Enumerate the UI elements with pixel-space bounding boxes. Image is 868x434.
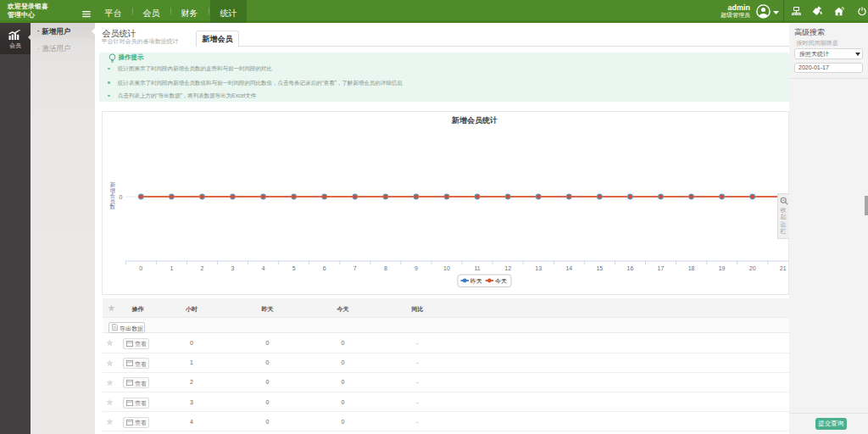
svg-text:1: 1: [170, 265, 173, 271]
svg-text:8: 8: [384, 265, 387, 271]
svg-text:5: 5: [292, 265, 296, 271]
svg-text:11: 11: [474, 265, 480, 271]
svg-text:昨天: 昨天: [470, 278, 482, 284]
svg-text:3: 3: [231, 265, 235, 271]
svg-text:9: 9: [415, 265, 418, 271]
svg-text:0: 0: [139, 265, 142, 271]
svg-text:14: 14: [565, 265, 572, 271]
svg-text:0: 0: [120, 194, 123, 200]
svg-text:2: 2: [200, 265, 203, 271]
svg-text:今天: 今天: [495, 278, 507, 284]
svg-text:新增会员统计: 新增会员统计: [451, 116, 498, 125]
svg-text:16: 16: [627, 265, 634, 271]
svg-text:19: 19: [719, 265, 726, 271]
svg-text:21: 21: [780, 265, 787, 271]
svg-text:4: 4: [262, 265, 265, 271]
svg-text:13: 13: [535, 265, 542, 271]
svg-text:20: 20: [749, 265, 756, 271]
svg-text:7: 7: [353, 265, 357, 271]
svg-text:15: 15: [596, 265, 603, 271]
svg-text:10: 10: [443, 265, 450, 271]
svg-text:17: 17: [658, 265, 665, 271]
svg-text:18: 18: [688, 265, 695, 271]
svg-text:12: 12: [504, 265, 511, 271]
svg-text:数: 数: [108, 203, 115, 209]
svg-text:6: 6: [323, 265, 326, 271]
